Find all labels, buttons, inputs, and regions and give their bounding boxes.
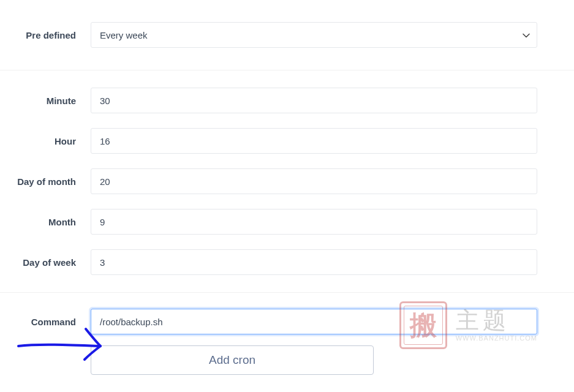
minute-label: Minute <box>0 96 91 106</box>
day-of-month-label: Day of month <box>0 176 91 187</box>
command-label: Command <box>0 317 91 327</box>
month-label: Month <box>0 217 91 227</box>
day-of-week-label: Day of week <box>0 257 91 268</box>
predefined-label: Pre defined <box>0 30 91 40</box>
add-cron-button[interactable]: Add cron <box>91 345 374 375</box>
command-input[interactable] <box>91 309 537 334</box>
month-input[interactable] <box>91 209 537 235</box>
predefined-select[interactable]: Every week <box>91 22 537 48</box>
day-of-week-input[interactable] <box>91 249 537 275</box>
hour-label: Hour <box>0 136 91 146</box>
minute-input[interactable] <box>91 88 537 113</box>
day-of-month-input[interactable] <box>91 168 537 194</box>
hour-input[interactable] <box>91 128 537 154</box>
